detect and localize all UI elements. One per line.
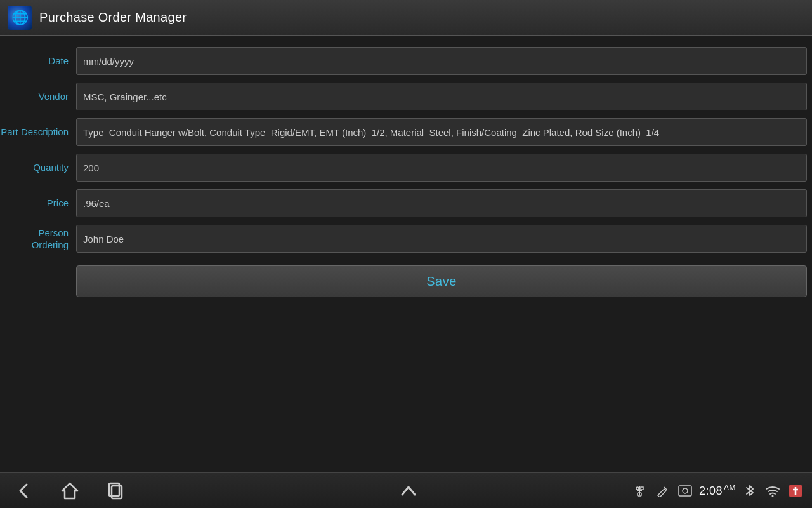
- date-row: Date: [0, 43, 812, 79]
- time-display: 2:08AM: [699, 483, 736, 498]
- svg-marker-0: [62, 483, 77, 498]
- app-title: Purchase Order Manager: [39, 10, 187, 25]
- date-label: Date: [0, 55, 76, 67]
- top-app-bar: 🌐 Purchase Order Manager: [0, 0, 812, 36]
- save-button-row: Save: [0, 257, 812, 297]
- vendor-input[interactable]: [76, 83, 807, 110]
- nav-center-group: [277, 479, 540, 502]
- photo-icon: [676, 482, 694, 500]
- price-input[interactable]: [76, 189, 807, 217]
- quantity-row: Quantity: [0, 150, 812, 185]
- recents-button[interactable]: [104, 479, 127, 502]
- part-description-input[interactable]: [76, 118, 807, 146]
- vendor-row: Vendor: [0, 79, 812, 114]
- wifi-icon: [764, 482, 782, 500]
- home-button[interactable]: [58, 479, 81, 502]
- svg-rect-9: [679, 486, 691, 496]
- svg-point-11: [772, 495, 774, 497]
- usb-icon: [631, 482, 648, 500]
- menu-up-button[interactable]: [397, 479, 420, 502]
- price-label: Price: [0, 197, 76, 210]
- save-button[interactable]: Save: [76, 265, 807, 297]
- quantity-input[interactable]: [76, 154, 807, 182]
- svg-point-6: [636, 487, 639, 490]
- person-ordering-input[interactable]: [76, 225, 807, 253]
- price-row: Price: [0, 185, 812, 221]
- signal-icon: [787, 482, 804, 500]
- status-bar-right: 2:08AM: [540, 482, 812, 500]
- app-icon: 🌐: [8, 6, 32, 30]
- nav-left-group: [0, 479, 277, 502]
- quantity-label: Quantity: [0, 161, 76, 174]
- svg-point-10: [683, 488, 688, 493]
- vendor-label: Vendor: [0, 90, 76, 103]
- part-description-row: Part Description: [0, 114, 812, 150]
- main-content: Date Vendor Part Description Quantity Pr…: [0, 36, 812, 472]
- svg-rect-7: [641, 487, 643, 490]
- person-ordering-row: Person Ordering: [0, 221, 812, 257]
- bluetooth-icon: [741, 482, 759, 500]
- bottom-navigation-bar: 2:08AM: [0, 472, 812, 508]
- edit-icon: [653, 482, 671, 500]
- back-button[interactable]: [13, 479, 36, 502]
- part-description-label: Part Description: [0, 126, 76, 138]
- person-ordering-label: Person Ordering: [0, 227, 76, 251]
- date-input[interactable]: [76, 47, 807, 75]
